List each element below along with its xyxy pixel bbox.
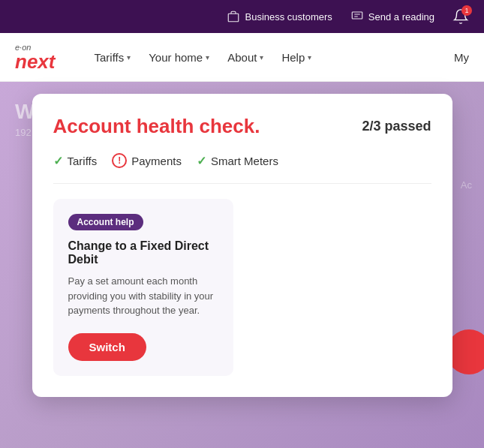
- nav-bar: e·on next Tariffs ▾ Your home ▾ About ▾ …: [0, 33, 484, 82]
- business-customers-label: Business customers: [245, 11, 332, 23]
- nav-tariffs[interactable]: Tariffs ▾: [86, 45, 138, 70]
- logo-next: next: [15, 52, 55, 71]
- business-customers-link[interactable]: Business customers: [227, 10, 332, 23]
- tariffs-label: Tariffs: [94, 51, 124, 64]
- your-home-chevron-icon: ▾: [206, 53, 209, 62]
- account-help-card: Account help Change to a Fixed Direct De…: [53, 199, 233, 376]
- nav-your-home[interactable]: Your home ▾: [141, 45, 217, 70]
- check-payments-label: Payments: [131, 155, 182, 167]
- check-smart-meters: ✓ Smart Meters: [197, 154, 278, 168]
- check-smart-meters-label: Smart Meters: [211, 155, 278, 167]
- send-reading-link[interactable]: Send a reading: [350, 10, 434, 23]
- nav-about[interactable]: About ▾: [220, 45, 271, 70]
- svg-rect-0: [229, 14, 239, 22]
- health-check-title: Account health check.: [53, 115, 260, 138]
- health-score: 2/3 passed: [362, 119, 431, 134]
- my-label: My: [454, 51, 469, 64]
- subcard-desc: Pay a set amount each month providing yo…: [68, 274, 218, 318]
- nav-help[interactable]: Help ▾: [274, 45, 319, 70]
- nav-items: Tariffs ▾ Your home ▾ About ▾ Help ▾: [86, 45, 430, 70]
- help-chevron-icon: ▾: [308, 53, 311, 62]
- check-tariffs-label: Tariffs: [68, 155, 98, 167]
- your-home-label: Your home: [149, 51, 203, 64]
- modal-overlay: Account health check. 2/3 passed ✓ Tarif…: [0, 82, 484, 448]
- check-payments: ! Payments: [112, 153, 182, 168]
- check-tariffs: ✓ Tariffs: [53, 154, 98, 168]
- about-label: About: [227, 51, 257, 64]
- smart-meters-ok-icon: ✓: [197, 154, 206, 168]
- check-items: ✓ Tariffs ! Payments ✓ Smart Meters: [53, 153, 431, 184]
- send-reading-label: Send a reading: [368, 11, 434, 23]
- payments-warn-icon: !: [112, 153, 127, 168]
- help-label: Help: [281, 51, 305, 64]
- logo[interactable]: e·on next: [15, 44, 55, 71]
- subcard-title: Change to a Fixed Direct Debit: [68, 239, 218, 266]
- top-bar: Business customers Send a reading 1: [0, 0, 484, 33]
- tariffs-ok-icon: ✓: [53, 154, 63, 168]
- nav-my[interactable]: My: [454, 51, 469, 64]
- switch-button[interactable]: Switch: [68, 333, 146, 361]
- health-check-modal: Account health check. 2/3 passed ✓ Tarif…: [32, 94, 452, 397]
- notifications-button[interactable]: 1: [452, 8, 469, 25]
- tariffs-chevron-icon: ▾: [127, 53, 131, 62]
- account-help-badge: Account help: [68, 214, 143, 230]
- health-header: Account health check. 2/3 passed: [53, 115, 431, 138]
- about-chevron-icon: ▾: [260, 53, 263, 62]
- notification-badge: 1: [461, 5, 472, 16]
